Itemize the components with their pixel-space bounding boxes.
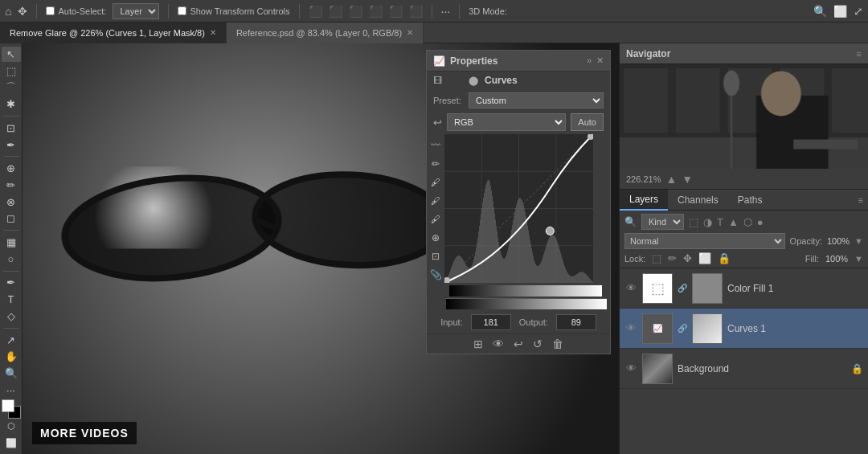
tab-layers[interactable]: Layers <box>620 190 668 211</box>
lock-image-icon[interactable]: ✏ <box>668 252 677 264</box>
show-transform-checkbox[interactable] <box>178 6 186 15</box>
layers-lock-row: Lock: ⬚ ✏ ✥ ⬜ 🔒 Fill: 100% ▼ <box>624 252 863 264</box>
input-gradient-bar <box>446 298 607 309</box>
tab-remove-glare[interactable]: Remove Glare @ 226% (Curves 1, Layer Mas… <box>0 22 227 43</box>
channel-select[interactable]: RGB <box>447 113 566 131</box>
fill-arrow-icon[interactable]: ▼ <box>854 254 863 264</box>
gradient-btn[interactable]: ▦ <box>2 235 21 250</box>
spot-heal-btn[interactable]: ⊕ <box>2 161 21 176</box>
dodge-btn[interactable]: ○ <box>2 252 21 267</box>
eyedropper-black-icon[interactable]: 🖋 <box>428 174 444 190</box>
align-center-h-icon[interactable]: ⬛ <box>329 5 342 18</box>
preset-select[interactable]: Custom <box>469 92 604 108</box>
quick-mask-btn[interactable]: ⬡ <box>2 419 21 435</box>
tab-reference[interactable]: Reference.psd @ 83.4% (Layer 0, RGB/8) ✕ <box>227 22 424 43</box>
auto-button[interactable]: Auto <box>571 113 604 131</box>
move-tool-btn[interactable]: ↖ <box>2 47 21 62</box>
kind-select[interactable]: Kind <box>641 214 684 230</box>
layer-eye-background[interactable]: 👁 <box>624 362 637 375</box>
tab-reference-close[interactable]: ✕ <box>407 28 413 37</box>
edit-points-icon[interactable]: 〰 <box>428 137 444 153</box>
lock-artboard-icon[interactable]: ⬜ <box>698 252 711 264</box>
chain-icon-2: 🔗 <box>678 324 687 333</box>
layer-row-color-fill[interactable]: 👁 ⬚ 🔗 Color Fill 1 <box>620 268 868 309</box>
move-tool-icon[interactable]: ✥ <box>18 5 27 18</box>
align-bottom-icon[interactable]: ⬛ <box>409 5 423 18</box>
color-swatches[interactable] <box>2 399 21 415</box>
reset-icon[interactable]: ↺ <box>533 337 542 350</box>
layers-menu-icon[interactable]: ≡ <box>858 195 868 205</box>
filter-adj-icon[interactable]: ◑ <box>703 216 712 228</box>
layer-select[interactable]: Layer <box>113 3 159 19</box>
eraser-btn[interactable]: ◻ <box>2 211 21 227</box>
crop-btn[interactable]: ⊡ <box>2 121 21 136</box>
eyedropper-gray-icon[interactable]: 🖋 <box>428 193 444 209</box>
layer-name-curves1: Curves 1 <box>727 323 863 334</box>
path-btn[interactable]: ◇ <box>2 309 21 324</box>
layer-eye-curves1[interactable]: 👁 <box>624 322 637 335</box>
curves-graph[interactable] <box>444 134 593 283</box>
filter-text-icon[interactable]: T <box>717 216 723 228</box>
more-tools-btn[interactable]: ··· <box>2 382 21 398</box>
search-icon[interactable]: 🔍 <box>813 5 827 18</box>
expand-icon[interactable]: ⤢ <box>854 5 863 18</box>
lock-position-icon[interactable]: ✥ <box>683 252 692 264</box>
layer-row-background[interactable]: 👁 Background 🔒 <box>620 349 868 389</box>
home-icon[interactable]: ⌂ <box>5 5 11 18</box>
output-value-field[interactable] <box>556 314 596 330</box>
align-left-icon[interactable]: ⬛ <box>309 5 322 18</box>
filter-shape-icon[interactable]: ▲ <box>728 216 739 228</box>
lock-transparent-icon[interactable]: ⬚ <box>652 252 661 264</box>
lasso-btn[interactable]: ⌒ <box>2 80 21 96</box>
eyedropper-white-icon[interactable]: 🖋 <box>428 211 444 227</box>
layer-eye-color-fill[interactable]: 👁 <box>624 282 637 295</box>
expand-props-icon[interactable]: » <box>587 55 592 66</box>
filter-enabled-icon[interactable]: ● <box>757 216 764 228</box>
navigator-collapse-icon[interactable]: ≡ <box>857 49 862 59</box>
props-actions: ⊞ 👁 ↩ ↺ 🗑 <box>427 333 610 354</box>
zoom-out-icon[interactable]: ▼ <box>682 173 693 186</box>
pen-btn[interactable]: ✒ <box>2 276 21 291</box>
foreground-color-swatch[interactable] <box>2 399 14 412</box>
blend-mode-select[interactable]: Normal <box>624 233 785 249</box>
filter-pixel-icon[interactable]: ⬚ <box>689 216 698 228</box>
select-rect-btn[interactable]: ⬚ <box>2 63 21 79</box>
layer-row-curves1[interactable]: 👁 📈 🔗 Curves 1 <box>620 309 868 349</box>
visibility-icon[interactable]: 👁 <box>493 337 504 350</box>
tab-paths[interactable]: Paths <box>728 190 772 211</box>
filter-smart-icon[interactable]: ⬡ <box>743 216 752 228</box>
change-screen-btn[interactable]: ⬜ <box>2 436 21 451</box>
fill-label: Fill: <box>805 254 819 264</box>
delete-icon[interactable]: 🗑 <box>552 337 563 350</box>
draw-curve-icon[interactable]: ✏ <box>428 156 444 172</box>
tab-remove-glare-close[interactable]: ✕ <box>210 28 216 37</box>
navigator-zoom-bar: 226.21% ▲ ▼ <box>620 169 868 190</box>
autoselect-checkbox[interactable] <box>46 6 55 15</box>
close-props-icon[interactable]: ✕ <box>596 55 604 66</box>
tab-channels[interactable]: Channels <box>668 190 728 211</box>
align-right-icon[interactable]: ⬛ <box>349 5 362 18</box>
screen-mode-icon[interactable]: ⬜ <box>833 5 847 18</box>
clip-icon[interactable]: 📎 <box>428 267 444 283</box>
input-label: Input: <box>440 317 463 327</box>
text-btn[interactable]: T <box>2 292 21 307</box>
align-middle-icon[interactable]: ⬛ <box>389 5 403 18</box>
input-value-field[interactable] <box>471 314 511 330</box>
clone-stamp-btn[interactable]: ⊗ <box>2 194 21 210</box>
zoom-in-icon[interactable]: ▲ <box>665 173 677 186</box>
eyedropper-btn[interactable]: ✒ <box>2 137 21 153</box>
zoom-btn[interactable]: 🔍 <box>2 366 21 381</box>
lock-all-icon[interactable]: 🔒 <box>718 252 731 264</box>
more-videos-badge[interactable]: MORE VIDEOS <box>32 422 137 444</box>
hand-btn[interactable]: ✋ <box>2 349 21 364</box>
target-range-icon[interactable]: ⊞ <box>473 337 483 350</box>
sample-in-image-icon[interactable]: ⊕ <box>428 230 444 246</box>
arrow-btn[interactable]: ↗ <box>2 333 21 348</box>
on-image-adj-icon[interactable]: ⊡ <box>428 248 444 264</box>
more-options-icon[interactable]: ··· <box>441 5 451 18</box>
opacity-arrow-icon[interactable]: ▼ <box>854 236 863 246</box>
align-top-icon[interactable]: ⬛ <box>369 5 383 18</box>
quick-select-btn[interactable]: ✱ <box>2 96 21 112</box>
undo-icon[interactable]: ↩ <box>514 337 523 350</box>
brush-btn[interactable]: ✏ <box>2 178 21 193</box>
